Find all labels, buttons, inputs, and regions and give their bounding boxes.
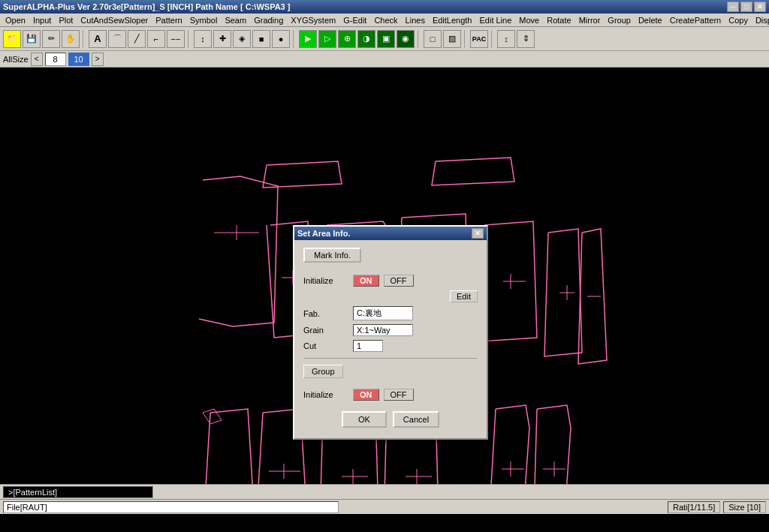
- tb-grn1-btn[interactable]: ▶: [299, 30, 317, 48]
- status-left: File[RAUT]: [3, 501, 339, 513]
- tb-sep-6: [491, 30, 494, 48]
- menu-item-check[interactable]: Check: [370, 15, 401, 26]
- menu-item-editlength[interactable]: EditLength: [429, 15, 476, 26]
- group-section: Group: [303, 365, 478, 383]
- tb-curve-btn[interactable]: ⌒: [108, 30, 126, 48]
- file-label: File[RAUT]: [7, 503, 47, 512]
- dialog-titlebar: Set Area Info. ✕: [294, 227, 487, 240]
- menu-item-grading[interactable]: Grading: [250, 15, 287, 26]
- menubar: OpenInputPlotCutAndSewSloperPatternSymbo…: [0, 14, 769, 27]
- menu-item-symbol[interactable]: Symbol: [186, 15, 222, 26]
- menu-item-seam[interactable]: Seam: [221, 15, 250, 26]
- group-button[interactable]: Group: [303, 365, 343, 378]
- menu-item-move[interactable]: Move: [515, 15, 543, 26]
- grain-row: Grain X:1~Way: [303, 324, 478, 336]
- tb-pencil-btn[interactable]: ✏: [42, 30, 60, 48]
- command-field: >[PatternList]: [3, 486, 153, 498]
- menu-item-pattern[interactable]: Pattern: [152, 15, 185, 26]
- menu-item-display[interactable]: Display: [752, 15, 769, 26]
- menu-item-open[interactable]: Open: [2, 15, 29, 26]
- menu-item-g-edit[interactable]: G-Edit: [339, 15, 370, 26]
- tb-line-btn[interactable]: ╱: [128, 30, 146, 48]
- cut-label: Cut: [303, 341, 348, 350]
- sizebar: AllSize < >: [0, 51, 769, 68]
- initialize-on-button[interactable]: ON: [353, 275, 379, 287]
- size1-input[interactable]: [45, 53, 66, 66]
- tb-grn6-btn[interactable]: ◉: [397, 30, 415, 48]
- dialog-close-button[interactable]: ✕: [472, 228, 484, 239]
- titlebar: SuperALPHA-Plus Ver 2.70r3e[Pattern]_S […: [0, 0, 769, 14]
- tb-move-btn[interactable]: ✋: [62, 30, 80, 48]
- menu-item-cutandsewsloper[interactable]: CutAndSewSloper: [77, 15, 152, 26]
- menu-item-delete[interactable]: Delete: [635, 15, 666, 26]
- ok-button[interactable]: OK: [342, 411, 387, 428]
- tb-save-btn[interactable]: 💾: [23, 30, 41, 48]
- tb-circ-btn[interactable]: ●: [272, 30, 290, 48]
- maximize-button[interactable]: □: [740, 2, 752, 12]
- tb-needle-btn[interactable]: ↕: [194, 30, 212, 48]
- menu-item-editline[interactable]: Edit Line: [475, 15, 515, 26]
- grain-value: X:1~Way: [353, 324, 413, 336]
- tb-grn4-btn[interactable]: ◑: [357, 30, 375, 48]
- menu-item-lines[interactable]: Lines: [402, 15, 429, 26]
- tb-grain-btn[interactable]: ↕: [497, 30, 515, 48]
- menu-item-rotate[interactable]: Rotate: [543, 15, 574, 26]
- menu-item-mirror[interactable]: Mirror: [575, 15, 605, 26]
- menu-item-input[interactable]: Input: [29, 15, 55, 26]
- tb-square-btn[interactable]: ■: [252, 30, 270, 48]
- tb-sep-2: [188, 30, 191, 48]
- initialize-row: Initialize ON OFF: [303, 275, 478, 287]
- tb-corner-btn[interactable]: ⌐: [147, 30, 165, 48]
- dialog-footer: OK Cancel: [303, 408, 478, 431]
- edit-button[interactable]: Edit: [450, 290, 478, 302]
- tb-grn2-btn[interactable]: ▷: [318, 30, 336, 48]
- cut-input[interactable]: [353, 340, 383, 352]
- mark-info-button[interactable]: Mark Info.: [303, 248, 361, 263]
- menu-item-group[interactable]: Group: [604, 15, 635, 26]
- size-prev-btn[interactable]: <: [31, 53, 43, 66]
- edit-row: Edit: [303, 290, 478, 302]
- menu-item-copy[interactable]: Copy: [725, 15, 752, 26]
- tb-box2-btn[interactable]: ▨: [443, 30, 461, 48]
- titlebar-buttons: ─ □ ✕: [727, 2, 766, 12]
- dialog-divider: [303, 358, 478, 359]
- size-next-btn[interactable]: >: [92, 53, 104, 66]
- set-area-info-dialog: Set Area Info. ✕ Mark Info. Initialize O…: [293, 225, 488, 440]
- close-button[interactable]: ✕: [754, 2, 766, 12]
- statusbar: File[RAUT] Rati[1/11.5] Size [10]: [0, 499, 769, 514]
- tb-cross-btn[interactable]: ✚: [213, 30, 231, 48]
- size2-input[interactable]: [68, 53, 89, 66]
- ratio-field: Rati[1/11.5]: [668, 501, 720, 513]
- minimize-button[interactable]: ─: [727, 2, 739, 12]
- cut-row: Cut: [303, 340, 478, 352]
- menu-item-createpattern[interactable]: CreatePattern: [666, 15, 725, 26]
- tb-sep-4: [418, 30, 421, 48]
- tb-open-btn[interactable]: 📁: [3, 30, 21, 48]
- menu-item-xygsystem[interactable]: XYGSystem: [287, 15, 339, 26]
- initialize2-row: Initialize ON OFF: [303, 389, 478, 401]
- initialize2-label: Initialize: [303, 390, 348, 399]
- allsize-label: AllSize: [3, 55, 29, 64]
- tb-box-btn[interactable]: □: [424, 30, 442, 48]
- cancel-button[interactable]: Cancel: [393, 411, 439, 428]
- tb-pac-btn[interactable]: PAC: [470, 30, 488, 48]
- titlebar-text: SuperALPHA-Plus Ver 2.70r3e[Pattern]_S […: [3, 2, 290, 11]
- dialog-content: Mark Info. Initialize ON OFF Edit Fab. C…: [294, 240, 487, 438]
- fab-value: C:裏地: [353, 306, 413, 320]
- toolbar: 📁 💾 ✏ ✋ A ⌒ ╱ ⌐ −− ↕ ✚ ◈ ■ ● ▶ ▷ ⊕ ◑ ▣ ◉…: [0, 27, 769, 51]
- tb-grain2-btn[interactable]: ⇕: [517, 30, 535, 48]
- tb-diamond-btn[interactable]: ◈: [233, 30, 251, 48]
- status-right: Rati[1/11.5] Size [10]: [668, 501, 766, 513]
- tb-dash-btn[interactable]: −−: [167, 30, 185, 48]
- canvas-area: Set Area Info. ✕ Mark Info. Initialize O…: [0, 68, 769, 484]
- tb-sep-5: [464, 30, 467, 48]
- initialize-off-button[interactable]: OFF: [384, 275, 414, 287]
- dialog-title: Set Area Info.: [297, 229, 351, 238]
- initialize2-off-button[interactable]: OFF: [384, 389, 414, 401]
- tb-grn5-btn[interactable]: ▣: [377, 30, 395, 48]
- initialize2-on-button[interactable]: ON: [353, 389, 379, 401]
- menu-item-plot[interactable]: Plot: [55, 15, 77, 26]
- tb-grn3-btn[interactable]: ⊕: [338, 30, 356, 48]
- tb-a-btn[interactable]: A: [89, 30, 107, 48]
- grain-label: Grain: [303, 326, 348, 335]
